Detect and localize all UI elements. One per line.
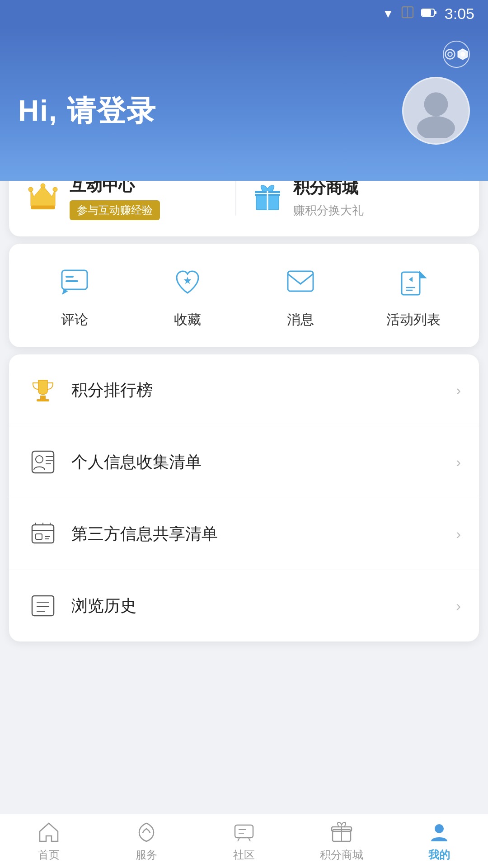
nav-service-label: 服务 bbox=[136, 848, 157, 862]
action-message[interactable]: 消息 bbox=[244, 262, 357, 329]
nav-home-label: 首页 bbox=[38, 848, 60, 862]
list-item-history[interactable]: 浏览历史 › bbox=[9, 570, 479, 642]
action-activity-label: 活动列表 bbox=[386, 311, 441, 329]
svg-marker-9 bbox=[31, 186, 55, 206]
list-card: 积分排行榜 › 个人信息收集清单 › bbox=[9, 354, 479, 642]
points-mall-text: 积分商城 赚积分换大礼 bbox=[293, 177, 364, 218]
wifi-icon: ▼ bbox=[382, 7, 394, 21]
svg-marker-21 bbox=[184, 277, 191, 284]
svg-point-10 bbox=[28, 187, 33, 192]
settings-button[interactable] bbox=[443, 41, 470, 68]
history-arrow: › bbox=[456, 598, 461, 614]
third-party-arrow: › bbox=[456, 526, 461, 542]
ranking-arrow: › bbox=[456, 382, 461, 399]
svg-rect-37 bbox=[36, 534, 42, 539]
nav-community[interactable]: 社区 bbox=[195, 821, 293, 862]
message-icon bbox=[280, 262, 321, 302]
favorite-icon bbox=[167, 262, 208, 302]
svg-rect-31 bbox=[32, 451, 54, 473]
svg-rect-30 bbox=[37, 399, 49, 401]
svg-rect-29 bbox=[40, 396, 46, 399]
list-item-ranking[interactable]: 积分排行榜 › bbox=[9, 354, 479, 426]
action-favorite[interactable]: 收藏 bbox=[131, 262, 244, 329]
trophy-icon bbox=[27, 374, 59, 406]
cards-container: 互动中心 参与互动赚经验 bbox=[0, 158, 488, 708]
history-icon bbox=[27, 590, 59, 622]
action-comment[interactable]: 评论 bbox=[18, 262, 131, 329]
third-party-label: 第三方信息共享清单 bbox=[71, 523, 456, 545]
personal-info-label: 个人信息收集清单 bbox=[71, 451, 456, 473]
clock: 3:05 bbox=[445, 5, 474, 23]
svg-rect-38 bbox=[32, 596, 54, 616]
bottom-nav: 首页 服务 社区 积分商城 我的 bbox=[0, 814, 488, 868]
activity-icon bbox=[393, 262, 434, 302]
history-label: 浏览历史 bbox=[71, 595, 456, 617]
svg-point-32 bbox=[36, 456, 43, 463]
svg-rect-19 bbox=[66, 276, 74, 278]
battery-icon bbox=[421, 7, 437, 21]
greeting-text[interactable]: Hi, 请登录 bbox=[18, 91, 156, 131]
svg-rect-4 bbox=[435, 11, 436, 14]
interactive-center-section[interactable]: 互动中心 参与互动赚经验 bbox=[27, 175, 235, 220]
nav-mine-label: 我的 bbox=[428, 848, 450, 862]
list-item-third-party[interactable]: 第三方信息共享清单 › bbox=[9, 498, 479, 570]
action-message-label: 消息 bbox=[287, 311, 314, 329]
crown-icon bbox=[27, 182, 59, 213]
svg-rect-36 bbox=[32, 525, 54, 543]
list-item-personal-info[interactable]: 个人信息收集清单 › bbox=[9, 426, 479, 498]
nav-home[interactable]: 首页 bbox=[0, 821, 98, 862]
status-bar: ▼ 3:05 bbox=[0, 0, 488, 27]
action-activity[interactable]: 活动列表 bbox=[357, 262, 470, 329]
gift-icon bbox=[253, 182, 282, 213]
quick-actions-card: 评论 收藏 消息 bbox=[9, 244, 479, 347]
personal-info-arrow: › bbox=[456, 454, 461, 471]
svg-point-6 bbox=[461, 52, 465, 56]
nav-mine[interactable]: 我的 bbox=[390, 821, 488, 862]
svg-rect-23 bbox=[402, 272, 420, 295]
nav-service[interactable]: 服务 bbox=[98, 821, 195, 862]
sim-icon bbox=[401, 6, 414, 22]
svg-point-8 bbox=[417, 116, 455, 138]
svg-rect-20 bbox=[66, 280, 78, 282]
svg-rect-22 bbox=[288, 271, 313, 291]
svg-point-12 bbox=[53, 187, 57, 192]
nav-community-label: 社区 bbox=[233, 848, 255, 862]
svg-point-7 bbox=[424, 92, 448, 116]
interactive-center-badge: 参与互动赚经验 bbox=[70, 200, 160, 220]
points-mall-subtitle: 赚积分换大礼 bbox=[293, 203, 364, 218]
third-party-icon bbox=[27, 518, 59, 550]
interactive-center-text: 互动中心 参与互动赚经验 bbox=[70, 175, 160, 220]
action-comment-label: 评论 bbox=[61, 311, 88, 329]
svg-rect-42 bbox=[235, 825, 253, 838]
personal-info-icon bbox=[27, 446, 59, 478]
action-favorite-label: 收藏 bbox=[174, 311, 201, 329]
svg-rect-13 bbox=[31, 206, 55, 209]
ranking-label: 积分排行榜 bbox=[71, 379, 456, 401]
comment-icon bbox=[54, 262, 95, 302]
svg-point-11 bbox=[41, 184, 45, 188]
avatar[interactable] bbox=[402, 77, 470, 145]
svg-point-48 bbox=[435, 824, 444, 833]
svg-marker-26 bbox=[409, 277, 413, 282]
nav-points-mall[interactable]: 积分商城 bbox=[293, 821, 390, 862]
svg-rect-18 bbox=[62, 270, 87, 289]
header: Hi, 请登录 bbox=[0, 27, 488, 181]
nav-points-mall-label: 积分商城 bbox=[320, 848, 363, 862]
svg-rect-3 bbox=[422, 9, 431, 16]
points-mall-section[interactable]: 积分商城 赚积分换大礼 bbox=[236, 177, 461, 218]
